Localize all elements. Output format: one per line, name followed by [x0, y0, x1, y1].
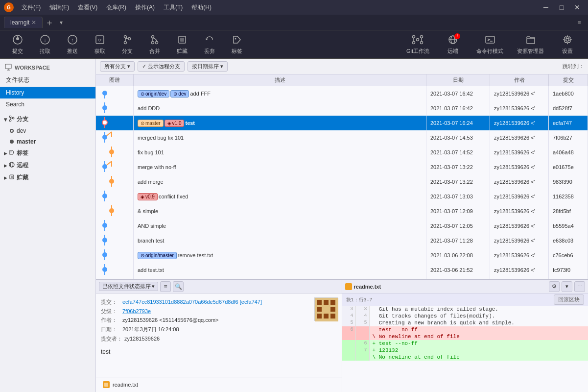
- meta-date-row: 日期： 2021年3月7日 16:24:08: [101, 325, 309, 334]
- discard-button[interactable]: 丢弃: [198, 32, 221, 57]
- diff-more-button[interactable]: ⋯: [574, 281, 585, 292]
- branch-button[interactable]: 分支: [116, 32, 139, 57]
- diff-line-number-left: [342, 333, 356, 340]
- sidebar-remote-group[interactable]: ▸ 远程: [0, 159, 95, 172]
- table-row[interactable]: & simple2021-03-07 12:09zy1281539626 <'2…: [96, 204, 588, 219]
- diff-line-number-right: 4: [356, 313, 370, 319]
- sidebar-branch-group[interactable]: ▾ 分支: [0, 113, 95, 125]
- table-row[interactable]: ⊙ master◈ v1.0test2021-03-07 16:24zy1281…: [96, 116, 588, 130]
- commit-desc-text: add DDD: [138, 105, 160, 111]
- svg-rect-104: [317, 314, 322, 318]
- menu-action[interactable]: 操作(A): [131, 2, 159, 13]
- sidebar-item-file-status[interactable]: 文件状态: [0, 74, 95, 87]
- table-row[interactable]: ⊙ origin/dev⊙ devadd FFF2021-03-07 16:42…: [96, 86, 588, 101]
- new-tab-button[interactable]: ＋: [43, 17, 56, 28]
- diff-line-number-left: 3: [342, 306, 356, 313]
- show-remote-button[interactable]: ✓ 显示远程分支: [138, 61, 185, 72]
- menu-help[interactable]: 帮助(H): [188, 2, 215, 13]
- settings-icon: [562, 34, 573, 47]
- file-item-readme[interactable]: readme.txt: [100, 379, 338, 390]
- sort-dropdown-icon: ▾: [152, 283, 155, 290]
- chevron-right-icon3: ▸: [4, 174, 7, 181]
- sidebar-tag-group[interactable]: ▸ 标签: [0, 147, 95, 159]
- commit-desc-text: & simple: [138, 208, 158, 214]
- pull-button[interactable]: ↓ 拉取: [33, 32, 57, 57]
- sort-by-file-status-button[interactable]: 已依照文件状态排序 ▾: [99, 282, 158, 291]
- commit-info-panel: 已依照文件状态排序 ▾ ≡ 🔍 提交： ecfa747cc81933101d88…: [96, 280, 342, 392]
- table-row[interactable]: add DDD2021-03-07 16:42zy1281539626 <'dd…: [96, 101, 588, 116]
- diff-panel: readme.txt ⚙ ▾ ⋯ 块1：行3-7 回滚区块 33: [342, 280, 588, 392]
- commit-author: zy1281539626 <': [490, 145, 549, 160]
- diff-lines: 33 Git has a mutable index called stage.…: [342, 306, 588, 361]
- back-to-block-button[interactable]: 回滚区块: [554, 294, 584, 305]
- diff-line-number-right: [356, 333, 370, 340]
- diff-settings-button[interactable]: ⚙: [549, 281, 560, 292]
- svg-point-12: [124, 41, 127, 44]
- commit-date: 2021-03-07 13:03: [426, 189, 490, 204]
- commit-desc: ◈ v0.9conflict fixed: [134, 189, 426, 204]
- svg-point-17: [156, 41, 158, 44]
- menu-view[interactable]: 查看(V): [74, 2, 101, 13]
- all-branches-button[interactable]: 所有分支 ▾: [100, 61, 135, 72]
- table-row[interactable]: add merge2021-03-07 13:22zy1281539626 <'…: [96, 174, 588, 189]
- goto-label: 跳转到：: [563, 63, 584, 70]
- minimize-button[interactable]: ─: [539, 2, 553, 12]
- stash-button[interactable]: 贮藏: [170, 32, 194, 57]
- table-row[interactable]: AND simple2021-03-07 12:05zy1281539626 <…: [96, 219, 588, 233]
- workspace-text: WORKSPACE: [15, 65, 50, 71]
- sidebar-stash-group[interactable]: ▸ 贮藏: [0, 172, 95, 184]
- svg-point-80: [103, 223, 107, 227]
- diff-line: 44 Git tracks changes of files(modify).: [342, 313, 588, 319]
- terminal-button[interactable]: 命令行模式: [471, 32, 508, 57]
- table-row[interactable]: ⊙ origin/masterremove test.txt2021-03-06…: [96, 248, 588, 263]
- fetch-button[interactable]: ⟳ 获取: [88, 32, 112, 57]
- commit-desc-text: remove test.txt: [178, 252, 213, 258]
- table-row[interactable]: branch test2021-03-07 11:28zy1281539626 …: [96, 233, 588, 248]
- terminal-label: 命令行模式: [476, 48, 503, 55]
- list-view-button[interactable]: ≡: [160, 281, 171, 292]
- table-row[interactable]: ◈ v0.9conflict fixed2021-03-07 13:03zy12…: [96, 189, 588, 204]
- tab-close-icon[interactable]: ✕: [31, 19, 36, 26]
- file-name-readme: readme.txt: [113, 382, 138, 388]
- tab-more-button[interactable]: ▾: [56, 17, 66, 28]
- table-row[interactable]: merged bug fix 1012021-03-07 14:53zy1281…: [96, 130, 588, 145]
- diff-line: 6- test --no-ff: [342, 326, 588, 333]
- settings-button[interactable]: 设置: [553, 32, 582, 57]
- table-row[interactable]: add test.txt2021-03-06 21:52zy1281539626…: [96, 263, 588, 277]
- git-workflow-button[interactable]: Git工作流: [401, 32, 434, 57]
- sort-by-date-button[interactable]: 按日期排序 ▾: [188, 61, 228, 72]
- sidebar-branch-master[interactable]: master: [0, 136, 95, 147]
- commit-button[interactable]: 提交: [6, 32, 29, 57]
- sidebar-item-search[interactable]: Search: [0, 98, 95, 110]
- menu-repo[interactable]: 仓库(R): [102, 2, 130, 13]
- tag-button[interactable]: 标签: [225, 32, 249, 57]
- maximize-button[interactable]: □: [555, 2, 568, 12]
- table-row[interactable]: merge with no-ff2021-03-07 13:22zy128153…: [96, 160, 588, 174]
- push-button[interactable]: ↑ 推送: [61, 32, 84, 57]
- graph-cell: [96, 86, 134, 101]
- sidebar-item-history[interactable]: History: [0, 87, 95, 98]
- hamburger-menu-button[interactable]: ≡: [574, 17, 584, 28]
- menu-tools[interactable]: 工具(T): [160, 2, 187, 13]
- close-button[interactable]: ✕: [570, 2, 584, 12]
- svg-point-4: [16, 37, 19, 40]
- branch-label: 分支: [122, 48, 133, 55]
- branch-tag: ⊙ master: [138, 120, 164, 127]
- merge-button[interactable]: 合并: [143, 32, 166, 57]
- remote-button[interactable]: ! 远端: [438, 32, 468, 57]
- diff-dropdown-button[interactable]: ▾: [562, 281, 572, 292]
- table-row[interactable]: fix bug 1012021-03-07 14:52zy1281539626 …: [96, 145, 588, 160]
- commit-table-container[interactable]: 图谱 描述 日期 作者 提交 ⊙ origin/dev⊙ devadd FFF2…: [96, 74, 588, 279]
- diff-line: \ No newline at end of file: [342, 354, 588, 361]
- menu-file[interactable]: 文件(F): [18, 2, 45, 13]
- menu-edit[interactable]: 编辑(E): [46, 2, 73, 13]
- graph-cell: [96, 160, 134, 174]
- meta-parent-hash[interactable]: 7f06b2793e: [122, 307, 151, 316]
- search-commit-button[interactable]: 🔍: [173, 281, 184, 292]
- diff-toolbar: readme.txt ⚙ ▾ ⋯: [342, 280, 588, 294]
- diff-line: 6+ test --no-ff: [342, 340, 588, 347]
- chevron-down-icon: ▾: [4, 116, 7, 123]
- tab-learngit[interactable]: learngit ✕: [4, 17, 43, 28]
- explorer-button[interactable]: 资源管理器: [512, 32, 549, 57]
- sidebar-branch-dev[interactable]: dev: [0, 125, 95, 136]
